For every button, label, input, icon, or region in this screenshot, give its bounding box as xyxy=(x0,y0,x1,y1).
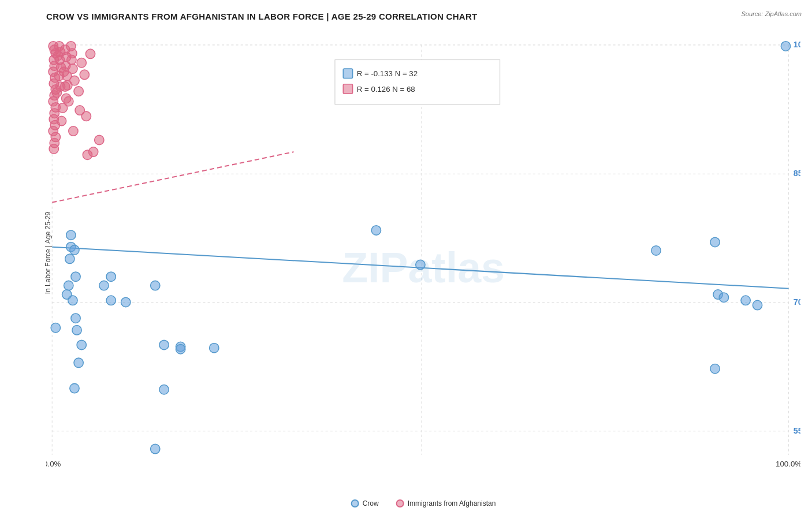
svg-point-32 xyxy=(77,340,86,349)
svg-point-41 xyxy=(176,344,185,353)
svg-point-46 xyxy=(710,237,720,247)
legend-dot-afghanistan xyxy=(396,499,404,507)
svg-point-50 xyxy=(753,300,762,309)
svg-point-21 xyxy=(51,323,60,332)
svg-point-93 xyxy=(80,70,89,79)
svg-point-90 xyxy=(68,64,77,73)
svg-point-94 xyxy=(81,111,91,121)
svg-point-108 xyxy=(95,135,104,144)
svg-point-43 xyxy=(371,226,381,235)
svg-text:0.0%: 0.0% xyxy=(46,460,61,468)
svg-point-100 xyxy=(53,51,62,60)
svg-point-35 xyxy=(106,272,116,281)
svg-point-48 xyxy=(719,293,728,302)
svg-point-106 xyxy=(85,49,95,58)
svg-point-107 xyxy=(88,147,98,156)
svg-point-101 xyxy=(52,88,61,97)
svg-point-29 xyxy=(68,296,77,305)
svg-point-31 xyxy=(72,326,81,335)
svg-point-55 xyxy=(781,42,790,51)
svg-point-99 xyxy=(77,58,86,68)
legend-label-afghanistan: Immigrants from Afghanistan xyxy=(408,499,496,507)
svg-rect-13 xyxy=(335,60,500,105)
svg-point-36 xyxy=(106,296,116,305)
legend-item-crow: Crow xyxy=(351,499,379,507)
svg-text:70.0%: 70.0% xyxy=(794,297,800,306)
svg-point-74 xyxy=(49,144,58,154)
svg-point-103 xyxy=(63,81,72,90)
svg-point-97 xyxy=(64,96,73,106)
svg-point-24 xyxy=(65,254,75,263)
svg-text:55.0%: 55.0% xyxy=(794,426,800,435)
legend-item-afghanistan: Immigrants from Afghanistan xyxy=(396,499,496,507)
svg-point-53 xyxy=(710,364,720,373)
svg-point-102 xyxy=(57,116,66,125)
svg-point-39 xyxy=(159,340,169,349)
svg-text:100.0%: 100.0% xyxy=(776,460,800,468)
y-axis-label: In Labor Force | Age 25-29 xyxy=(44,212,52,294)
svg-point-38 xyxy=(151,281,160,290)
svg-point-33 xyxy=(74,358,83,367)
source-label: Source: ZipAtlas.com xyxy=(741,10,802,17)
svg-point-105 xyxy=(59,67,68,76)
svg-rect-16 xyxy=(343,84,352,94)
svg-point-23 xyxy=(64,281,73,290)
svg-point-91 xyxy=(74,87,83,96)
svg-point-28 xyxy=(71,272,80,281)
chart-container: CROW VS IMMIGRANTS FROM AFGHANISTAN IN L… xyxy=(0,0,812,515)
svg-point-30 xyxy=(71,314,80,323)
svg-point-26 xyxy=(66,230,76,240)
legend: Crow Immigrants from Afghanistan xyxy=(351,499,496,507)
svg-text:R =  0.126   N = 68: R = 0.126 N = 68 xyxy=(357,85,415,94)
svg-point-49 xyxy=(741,296,750,305)
svg-point-27 xyxy=(70,245,79,255)
chart-title: CROW VS IMMIGRANTS FROM AFGHANISTAN IN L… xyxy=(46,12,800,21)
legend-label-crow: Crow xyxy=(363,499,379,507)
scatter-plot: 100.0% 85.0% 70.0% 55.0% 0.0% 100.0% R =… xyxy=(46,27,800,479)
svg-point-45 xyxy=(651,246,661,255)
svg-point-37 xyxy=(121,297,131,307)
svg-point-52 xyxy=(159,385,169,394)
svg-point-34 xyxy=(99,281,109,290)
svg-text:85.0%: 85.0% xyxy=(794,169,800,178)
legend-dot-crow xyxy=(351,499,359,507)
svg-point-42 xyxy=(210,343,219,352)
svg-point-104 xyxy=(69,126,78,136)
svg-point-89 xyxy=(67,55,76,64)
svg-point-51 xyxy=(70,383,79,393)
svg-text:R = -0.133   N = 32: R = -0.133 N = 32 xyxy=(357,69,418,78)
chart-area: In Labor Force | Age 25-29 100.0% 85.0% … xyxy=(46,27,800,479)
svg-point-44 xyxy=(416,260,425,269)
svg-point-54 xyxy=(151,444,160,453)
svg-text:100.0%: 100.0% xyxy=(794,40,800,49)
svg-rect-14 xyxy=(343,69,352,78)
